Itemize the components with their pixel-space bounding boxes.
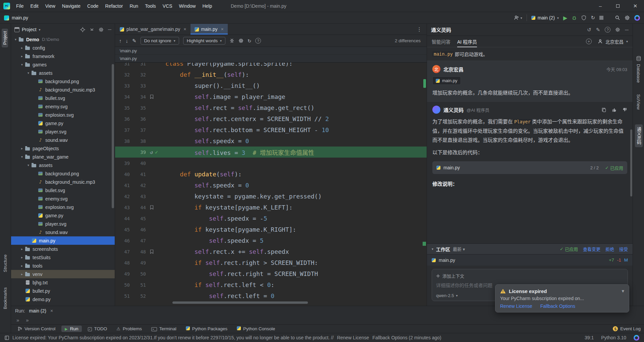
toolwindow-version-control[interactable]: Version Control <box>14 326 59 332</box>
chevron-down-icon[interactable]: ▾ <box>432 247 433 251</box>
locate-file-icon[interactable] <box>80 27 85 32</box>
close-tab-icon[interactable]: × <box>221 26 224 32</box>
account-name[interactable]: 北京宏昌 <box>605 38 624 45</box>
tree-item-demo[interactable]: ▾DemoD:\Demo <box>11 35 115 44</box>
tree-item-tools[interactable]: ▸tools <box>11 262 115 270</box>
help-icon[interactable]: ? <box>255 38 261 44</box>
minimize-button[interactable]: – <box>592 0 609 12</box>
tree-item-game-py[interactable]: game.py <box>11 119 115 127</box>
tree-item-venv[interactable]: ▸venv <box>11 270 115 278</box>
fallback-options-link[interactable]: Fallback Options <box>540 303 575 309</box>
menu-navigate[interactable]: Navigate <box>59 0 84 12</box>
tree-item-bullet-svg[interactable]: bullet.svg <box>11 186 115 194</box>
tree-item-demo-py[interactable]: demo.py <box>11 295 115 303</box>
settings-gear-icon[interactable] <box>625 15 630 20</box>
refresh-icon[interactable]: ↻ <box>248 38 251 44</box>
workspace-file-row[interactable]: main.py +7 -1 M <box>427 254 633 266</box>
run-tab[interactable]: main (2) × <box>29 308 53 314</box>
tree-item-main-py[interactable]: main.py <box>11 236 115 245</box>
editor-tab-main-py[interactable]: main.py × <box>191 24 228 35</box>
renew-license-action[interactable]: Renew License <box>337 335 369 340</box>
tree-item-sound-wav[interactable]: sound.wav <box>11 136 115 144</box>
tree-item-screenshots[interactable]: ▸screenshots <box>11 245 115 253</box>
history-icon[interactable]: ↺ <box>587 27 591 33</box>
coverage-button[interactable] <box>581 15 586 20</box>
model-selector[interactable]: qwen-2.5▾ <box>436 293 458 298</box>
event-log-button[interactable]: 5 Event Log <box>613 326 641 331</box>
whitespace-policy-dropdown[interactable]: Do not ignore ▾ <box>141 37 179 45</box>
run-config-selector[interactable]: main (2) ▾ <box>531 15 559 20</box>
menu-vcs[interactable]: VCS <box>159 0 176 12</box>
chevron-collapsed-icon[interactable]: ▸ <box>19 46 24 50</box>
restart-icon[interactable]: ↻ <box>591 15 595 21</box>
add-session-icon[interactable]: + <box>586 39 592 44</box>
tree-item-player-svg[interactable]: player.svg <box>11 220 115 228</box>
thumbs-down-icon[interactable] <box>622 107 627 112</box>
menu-code[interactable]: Code <box>84 0 102 12</box>
lingma-status-icon[interactable] <box>634 335 639 341</box>
stop-button[interactable] <box>599 16 603 20</box>
run-button[interactable]: ▶ <box>563 15 567 21</box>
expand-notification-icon[interactable]: ▾ <box>622 288 624 294</box>
tree-item-config[interactable]: ▸config <box>11 44 115 52</box>
tab-ai-programmer[interactable]: AI 程序员 <box>457 36 477 47</box>
toolwindow-button-database[interactable]: Database <box>636 64 641 83</box>
chevron-expanded-icon[interactable]: ▾ <box>13 38 18 41</box>
tree-item-assets[interactable]: ▾assets <box>11 161 115 169</box>
project-scrollbar[interactable] <box>112 64 114 208</box>
tree-item-enemy-svg[interactable]: enemy.svg <box>11 194 115 203</box>
latest-dropdown[interactable]: 最新 ▾ <box>453 246 465 252</box>
tree-item-assets[interactable]: ▾assets <box>11 69 115 77</box>
help-icon[interactable]: ? <box>605 27 610 33</box>
debug-button[interactable] <box>572 15 577 20</box>
lingma-logo-icon[interactable] <box>634 15 640 21</box>
renew-license-link[interactable]: Renew License <box>500 303 532 309</box>
chevron-collapsed-icon[interactable]: ▸ <box>19 147 24 150</box>
toolwindow-button-project[interactable]: Project <box>2 28 8 47</box>
tree-item-background-music-mp3[interactable]: background_music.mp3 <box>11 178 115 186</box>
project-view-selector[interactable]: Project <box>22 27 37 32</box>
close-tab-icon[interactable]: × <box>183 26 186 32</box>
menu-tools[interactable]: Tools <box>142 0 159 12</box>
tree-item-pageobjects[interactable]: ▸pageObjects <box>11 144 115 153</box>
collapse-all-icon[interactable] <box>90 27 94 32</box>
tree-item-games[interactable]: ▾games <box>11 60 115 69</box>
toolwindow-todo[interactable]: ✓TODO <box>85 326 111 332</box>
tree-item-sound-wav[interactable]: sound.wav <box>11 228 115 236</box>
hide-panel-icon[interactable]: ─ <box>625 27 629 33</box>
tree-item-plane-war-game[interactable]: ▾plane_war_game <box>11 153 115 161</box>
menu-view[interactable]: View <box>42 0 59 12</box>
tab-options-icon[interactable]: ⋮ <box>412 26 427 33</box>
diff-settings-gear-icon[interactable] <box>238 38 244 43</box>
new-chat-icon[interactable]: ✎ <box>596 27 600 33</box>
menu-refactor[interactable]: Refactor <box>102 0 126 12</box>
horizontal-scrollbar[interactable] <box>172 301 308 304</box>
fallback-options-action[interactable]: Fallback Options (2 minutes ago) <box>372 335 441 340</box>
tree-item-bullet-py[interactable]: bullet.py <box>11 287 115 295</box>
edit-icon[interactable]: ✎ <box>132 38 137 44</box>
chevron-expanded-icon[interactable]: ▾ <box>26 71 31 75</box>
applied-file-card[interactable]: main.py 2 / 2 ✓ 已应用 <box>432 161 627 174</box>
reject-button[interactable]: 拒绝 <box>605 246 614 252</box>
tree-item-framework[interactable]: ▸framework <box>11 52 115 60</box>
tree-item-bullet-svg[interactable]: bullet.svg <box>11 94 115 102</box>
maximize-button[interactable] <box>609 0 627 12</box>
options-gear-icon[interactable] <box>99 27 104 32</box>
menu-window[interactable]: Window <box>176 0 199 12</box>
tree-item-background-music-mp3[interactable]: background_music.mp3 <box>11 86 115 94</box>
search-icon[interactable] <box>615 15 620 20</box>
overflow-chevrons-icon[interactable]: » <box>16 317 19 323</box>
toolwindow-button-structure[interactable]: Structure <box>3 254 8 272</box>
editor-tab-plane-war-game[interactable]: plane_war_game\main.py × <box>116 24 191 35</box>
accept-button[interactable]: 接受 <box>619 246 628 252</box>
tree-item-testsuits[interactable]: ▸testSuits <box>11 253 115 262</box>
tab-smart-qa[interactable]: 智能问答 <box>432 36 450 47</box>
chevron-expanded-icon[interactable]: ▾ <box>19 155 24 159</box>
chat-scrollbar[interactable] <box>630 129 632 196</box>
tree-item-explosion-svg[interactable]: explosion.svg <box>11 111 115 119</box>
license-notification[interactable]: License expired ▾ Your PyCharm subscript… <box>495 284 629 312</box>
diff-code[interactable]: 3131class Player(pygame.sprite.Sprite):3… <box>115 63 427 306</box>
chevron-collapsed-icon[interactable]: ▸ <box>19 54 24 58</box>
tree-item-player-svg[interactable]: player.svg <box>11 127 115 136</box>
toolwindow-button-sciview[interactable]: SciView <box>636 94 641 110</box>
